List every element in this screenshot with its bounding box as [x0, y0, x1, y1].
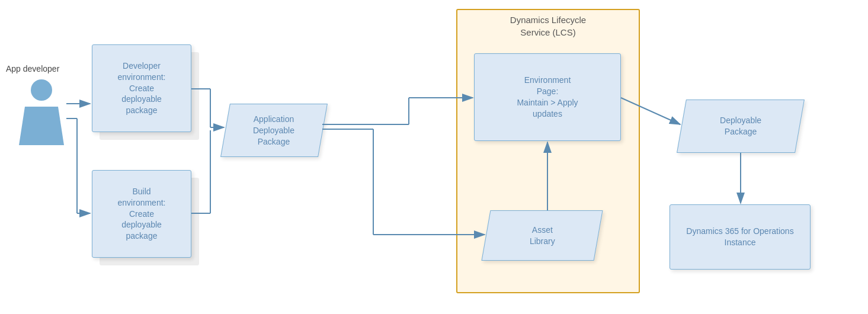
developer-env-label: Developerenvironment:Createdeployablepac… — [118, 60, 166, 116]
app-deployable-label: ApplicationDeployablePackage — [253, 114, 294, 148]
build-env-box: Buildenvironment:Createdeployablepackage — [92, 170, 191, 258]
svg-point-0 — [31, 79, 52, 101]
dynamics-instance-label: Dynamics 365 for OperationsInstance — [686, 226, 793, 248]
asset-library-box: AssetLibrary — [482, 210, 603, 261]
person-label: App developer — [6, 64, 59, 73]
app-deployable-box: ApplicationDeployablePackage — [220, 104, 328, 157]
environment-page-label: EnvironmentPage:Maintain > Applyupdates — [517, 75, 578, 120]
deployable-package-label: DeployablePackage — [720, 115, 761, 137]
environment-page-box: EnvironmentPage:Maintain > Applyupdates — [474, 53, 621, 141]
dynamics-instance-box: Dynamics 365 for OperationsInstance — [670, 204, 811, 270]
deployable-package-box: DeployablePackage — [677, 100, 805, 153]
person-icon — [18, 77, 65, 150]
diagram-container: Dynamics LifecycleService (LCS) App deve… — [0, 0, 868, 314]
lcs-title: Dynamics LifecycleService (LCS) — [456, 11, 640, 41]
asset-library-label: AssetLibrary — [530, 225, 555, 247]
build-env-label: Buildenvironment:Createdeployablepackage — [118, 186, 166, 242]
svg-marker-1 — [19, 107, 64, 145]
developer-env-box: Developerenvironment:Createdeployablepac… — [92, 44, 191, 132]
